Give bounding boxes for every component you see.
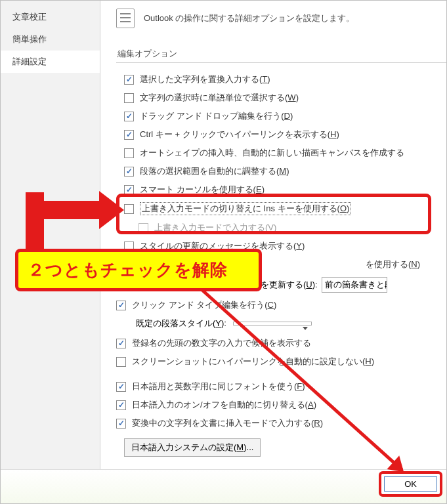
- sidebar-item-easy[interactable]: 簡単操作: [1, 28, 100, 51]
- option-label: 日本語用と英数字用に同じフォントを使う(F): [132, 381, 305, 392]
- document-icon: [116, 9, 135, 28]
- checkbox[interactable]: [124, 75, 134, 85]
- option-label: 段落の選択範囲を自動的に調整する(M): [140, 165, 289, 177]
- option-label: スマート カーソルを使用する(E): [140, 184, 265, 196]
- option-label: 文字列の選択時に単語単位で選択する(W): [140, 92, 299, 104]
- option-label: 選択した文字列を置換入力する(T): [140, 74, 270, 85]
- opt-register-name[interactable]: 登録名の先頭の数文字の入力で候補を表示する: [116, 337, 446, 349]
- option-label: Ctrl キー + クリックでハイパーリンクを表示する(H): [140, 129, 339, 140]
- sidebar-item-label: 詳細設定: [12, 56, 47, 66]
- checkbox: [138, 223, 148, 233]
- checkbox[interactable]: [124, 204, 134, 214]
- section-title: 編集オプション: [116, 48, 446, 60]
- sidebar-item-proofing[interactable]: 文章校正: [1, 6, 100, 28]
- checkbox[interactable]: [116, 357, 126, 367]
- sidebar-item-label: 簡単操作: [12, 34, 47, 44]
- checkbox[interactable]: [124, 148, 134, 158]
- page-description: Outlook の操作に関する詳細オプションを設定します。: [144, 12, 354, 24]
- sidebar-item-label: 文章校正: [12, 12, 47, 22]
- options-list: 選択した文字列を置換入力する(T)文字列の選択時に単語単位で選択する(W)ドラッ…: [116, 74, 446, 270]
- option-label: クリック アンド タイプ編集を行う(C): [132, 299, 276, 311]
- checkbox[interactable]: [116, 382, 126, 392]
- option-row-5[interactable]: 段落の選択範囲を自動的に調整する(M): [124, 165, 446, 177]
- checkbox[interactable]: [124, 112, 134, 121]
- option-row-8: 上書き入力モードで入力する(V): [124, 222, 446, 234]
- ok-button[interactable]: OK: [384, 476, 437, 492]
- default-style-label: 既定の段落スタイル(Y):: [116, 318, 226, 329]
- section-divider: [116, 62, 446, 63]
- option-label: スクリーンショットにハイパーリンクを自動的に設定しない(H): [132, 356, 374, 368]
- option-label: 上書き入力モードの切り替えに Ins キーを使用する(O): [140, 202, 351, 215]
- option-row-4[interactable]: オートシェイプの挿入時、自動的に新しい描画キャンバスを作成する: [124, 147, 446, 159]
- option-row-3[interactable]: Ctrl キー + クリックでハイパーリンクを表示する(H): [124, 129, 446, 140]
- option-label: 変換中の文字列を文書に挿入モードで入力する(R): [132, 417, 323, 429]
- checkbox[interactable]: [124, 93, 134, 103]
- checkbox[interactable]: [124, 167, 134, 177]
- option-label: を使用する(N): [366, 259, 420, 270]
- option-row-6[interactable]: スマート カーソルを使用する(E): [124, 184, 446, 196]
- update-style-combo[interactable]: 前の箇条書きと段: [322, 277, 387, 293]
- option-label: 上書き入力モードで入力する(V): [154, 222, 276, 234]
- default-paragraph-style-row: 既定の段落スタイル(Y):: [116, 318, 446, 329]
- option-label: オートシェイプの挿入時、自動的に新しい描画キャンバスを作成する: [140, 147, 404, 159]
- default-style-combo[interactable]: [233, 322, 312, 326]
- opt-convert-insert[interactable]: 変換中の文字列を文書に挿入モードで入力する(R): [116, 417, 446, 429]
- option-row-1[interactable]: 文字列の選択時に単語単位で選択する(W): [124, 92, 446, 104]
- opt-jp-font[interactable]: 日本語用と英数字用に同じフォントを使う(F): [116, 381, 446, 392]
- option-label: 登録名の先頭の数文字の入力で候補を表示する: [132, 337, 311, 349]
- annotation-callout: ２つともチェックを解除: [15, 249, 262, 291]
- option-row-7[interactable]: 上書き入力モードの切り替えに Ins キーを使用する(O): [124, 202, 446, 215]
- option-label: ドラッグ アンド ドロップ編集を行う(D): [140, 110, 293, 122]
- checkbox[interactable]: [124, 130, 134, 140]
- opt-screenshot-hyperlink[interactable]: スクリーンショットにハイパーリンクを自動的に設定しない(H): [116, 356, 446, 368]
- checkbox[interactable]: [116, 301, 126, 310]
- option-row-2[interactable]: ドラッグ アンド ドロップ編集を行う(D): [124, 110, 446, 122]
- ime-settings-button[interactable]: 日本語入力システムの設定(M)...: [124, 438, 261, 457]
- option-row-0[interactable]: 選択した文字列を置換入力する(T): [124, 74, 446, 85]
- sidebar-item-advanced[interactable]: 詳細設定: [1, 51, 100, 73]
- checkbox[interactable]: [116, 419, 126, 429]
- opt-jp-toggle[interactable]: 日本語入力のオン/オフを自動的に切り替える(A): [116, 399, 446, 411]
- option-label: 日本語入力のオン/オフを自動的に切り替える(A): [132, 399, 316, 411]
- checkbox[interactable]: [116, 339, 126, 348]
- checkbox[interactable]: [116, 400, 126, 410]
- opt-click-and-type[interactable]: クリック アンド タイプ編集を行う(C): [116, 299, 446, 311]
- highlight-frame-ok: OK: [379, 471, 442, 497]
- checkbox[interactable]: [124, 185, 134, 195]
